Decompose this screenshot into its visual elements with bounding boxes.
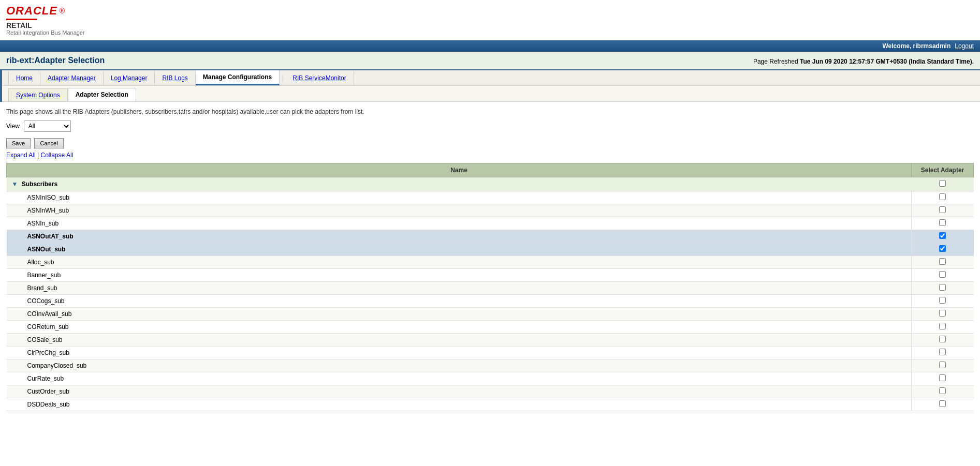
adapter-select-cell: [912, 282, 974, 295]
table-row: Brand_sub: [7, 282, 974, 295]
nav-adapter-manager[interactable]: Adapter Manager: [40, 71, 104, 85]
adapter-name-cell: ASNOut_sub: [7, 243, 912, 256]
adapter-select-cell: [912, 295, 974, 308]
adapter-name-cell: COReturn_sub: [7, 321, 912, 334]
group-select-cell: [912, 177, 974, 191]
top-bar: Welcome, ribrmsadmin Logout: [0, 40, 980, 52]
page-title-bar: rib-ext:Adapter Selection Page Refreshed…: [0, 52, 980, 70]
adapter-select-cell: [912, 359, 974, 372]
adapter-checkbox[interactable]: [939, 193, 946, 200]
adapter-checkbox[interactable]: [939, 349, 946, 355]
collapse-triangle-icon: ▼: [12, 181, 18, 188]
table-row: Alloc_sub: [7, 256, 974, 269]
welcome-text: Welcome, ribrmsadmin: [882, 42, 950, 50]
nav-home[interactable]: Home: [8, 71, 40, 85]
content: This page shows all the RIB Adapters (pu…: [0, 102, 980, 417]
view-row: View AllSelectedUnselected: [6, 121, 974, 132]
nav-separator: |: [280, 71, 285, 85]
adapter-checkbox[interactable]: [939, 400, 946, 407]
table-row: COSale_sub: [7, 334, 974, 347]
adapter-select-cell: [912, 269, 974, 282]
registered-mark: ®: [60, 7, 65, 15]
adapter-name-cell: DSDDeals_sub: [7, 398, 912, 411]
table-body: ▼ Subscribers ASNInISO_subASNInWH_subASN…: [7, 177, 974, 411]
page-refresh-info: Page Refreshed Tue Jun 09 2020 12:57:57 …: [753, 58, 974, 65]
view-select[interactable]: AllSelectedUnselected: [24, 121, 71, 132]
subnav-adapter-selection[interactable]: Adapter Selection: [68, 88, 136, 101]
table-row: COInvAvail_sub: [7, 308, 974, 321]
adapter-name-cell: COSale_sub: [7, 334, 912, 347]
adapter-name-cell: Alloc_sub: [7, 256, 912, 269]
adapter-checkbox[interactable]: [939, 232, 946, 239]
adapter-select-cell: [912, 398, 974, 411]
nav-container: Home Adapter Manager Log Manager RIB Log…: [0, 70, 980, 102]
refresh-time: Tue Jun 09 2020 12:57:57 GMT+0530 (India…: [800, 58, 974, 65]
adapter-name-cell: CustOrder_sub: [7, 385, 912, 398]
table-row: COReturn_sub: [7, 321, 974, 334]
adapter-checkbox[interactable]: [939, 219, 946, 226]
table-row: CompanyClosed_sub: [7, 359, 974, 372]
subtitle-label: Retail Integration Bus Manager: [6, 29, 974, 36]
collapse-all-link[interactable]: Collapse All: [41, 152, 74, 159]
col-name-header: Name: [7, 163, 912, 177]
adapter-name-cell: Brand_sub: [7, 282, 912, 295]
adapter-select-cell: [912, 347, 974, 359]
adapter-checkbox[interactable]: [939, 323, 946, 329]
table-row: CurRate_sub: [7, 372, 974, 385]
group-label-subscribers: Subscribers: [22, 181, 57, 188]
logo-area: ORACLE ® RETAIL Retail Integration Bus M…: [6, 4, 974, 36]
adapter-checkbox[interactable]: [939, 258, 946, 265]
sub-nav: System Options Adapter Selection: [2, 86, 980, 102]
expand-all-link[interactable]: Expand All: [6, 152, 36, 159]
page-title: rib-ext:Adapter Selection: [6, 56, 105, 65]
adapter-name-cell: ASNInWH_sub: [7, 204, 912, 217]
nav-rib-logs[interactable]: RIB Logs: [155, 71, 195, 85]
oracle-text: ORACLE: [6, 4, 57, 18]
adapter-name-cell: CompanyClosed_sub: [7, 359, 912, 372]
adapter-checkbox[interactable]: [939, 245, 946, 252]
expand-collapse: Expand All | Collapse All: [6, 152, 974, 159]
group-checkbox-subscribers[interactable]: [939, 180, 946, 187]
col-select-header: Select Adapter: [912, 163, 974, 177]
adapter-name-cell: COCogs_sub: [7, 295, 912, 308]
oracle-divider: [6, 19, 37, 20]
adapter-checkbox[interactable]: [939, 387, 946, 394]
table-row: ClrPrcChg_sub: [7, 347, 974, 359]
adapter-checkbox[interactable]: [939, 284, 946, 291]
button-row: Save Cancel: [6, 138, 974, 148]
cancel-button[interactable]: Cancel: [34, 138, 63, 148]
adapter-select-cell: [912, 308, 974, 321]
save-button[interactable]: Save: [6, 138, 31, 148]
adapter-select-cell: [912, 191, 974, 204]
table-row: ASNOutAT_sub: [7, 230, 974, 243]
adapter-table: Name Select Adapter ▼ Subscribers ASNInI…: [6, 163, 974, 411]
table-row: ASNIn_sub: [7, 217, 974, 230]
adapter-select-cell: [912, 230, 974, 243]
table-row: DSDDeals_sub: [7, 398, 974, 411]
refresh-label: Page Refreshed: [753, 58, 798, 65]
nav-bar: Home Adapter Manager Log Manager RIB Log…: [2, 70, 980, 86]
adapter-checkbox[interactable]: [939, 336, 946, 342]
adapter-checkbox[interactable]: [939, 374, 946, 381]
adapter-select-cell: [912, 204, 974, 217]
adapter-name-cell: COInvAvail_sub: [7, 308, 912, 321]
header: ORACLE ® RETAIL Retail Integration Bus M…: [0, 0, 980, 40]
adapter-name-cell: ASNInISO_sub: [7, 191, 912, 204]
adapter-checkbox[interactable]: [939, 297, 946, 304]
adapter-checkbox[interactable]: [939, 310, 946, 317]
logout-link[interactable]: Logout: [955, 42, 974, 50]
adapter-name-cell: ClrPrcChg_sub: [7, 347, 912, 359]
adapter-checkbox[interactable]: [939, 362, 946, 368]
adapter-select-cell: [912, 372, 974, 385]
adapter-checkbox[interactable]: [939, 206, 946, 213]
nav-manage-configurations[interactable]: Manage Configurations: [196, 70, 280, 85]
nav-rib-service-monitor[interactable]: RIB ServiceMonitor: [285, 71, 354, 85]
adapter-checkbox[interactable]: [939, 271, 946, 278]
nav-log-manager[interactable]: Log Manager: [104, 71, 155, 85]
table-header-row: Name Select Adapter: [7, 163, 974, 177]
description: This page shows all the RIB Adapters (pu…: [6, 108, 974, 115]
subnav-system-options[interactable]: System Options: [8, 88, 68, 101]
adapter-select-cell: [912, 321, 974, 334]
oracle-logo: ORACLE ®: [6, 4, 974, 18]
table-row: ASNInISO_sub: [7, 191, 974, 204]
